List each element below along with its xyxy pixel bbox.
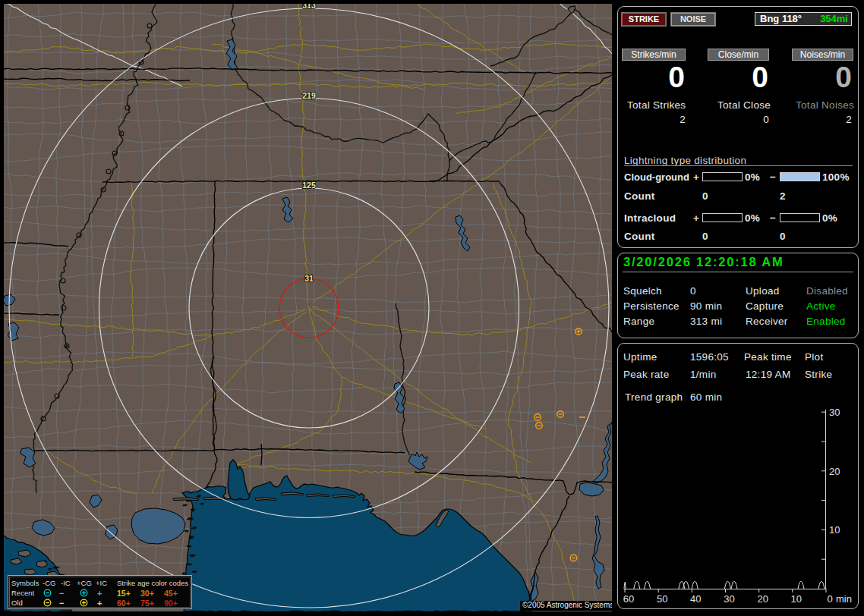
svg-text:60: 60 (623, 593, 634, 605)
svg-text:30: 30 (829, 407, 840, 418)
svg-text:31: 31 (304, 274, 314, 283)
svg-text:313: 313 (302, 4, 316, 10)
svg-text:50: 50 (657, 593, 667, 605)
svg-text:40: 40 (690, 593, 701, 605)
svg-text:20: 20 (829, 466, 840, 477)
svg-text:min: min (836, 593, 852, 605)
svg-text:30: 30 (724, 593, 734, 605)
svg-text:219: 219 (302, 91, 316, 100)
svg-text:20: 20 (757, 593, 768, 605)
svg-text:0: 0 (827, 593, 832, 605)
svg-text:10: 10 (829, 524, 840, 536)
svg-text:125: 125 (302, 181, 316, 190)
svg-text:10: 10 (791, 593, 802, 605)
